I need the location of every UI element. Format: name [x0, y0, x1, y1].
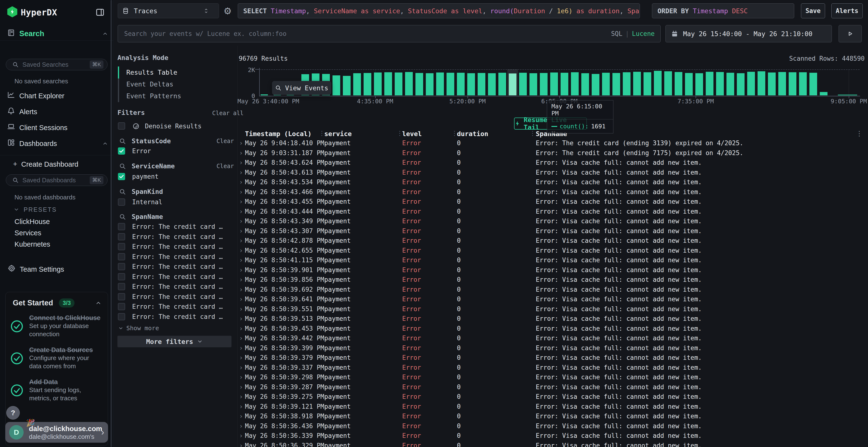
- row-expand-chevron-icon[interactable]: ›: [239, 265, 243, 275]
- chevron-down-icon[interactable]: [13, 207, 19, 212]
- table-row[interactable]: ›May 26 8:50:39.298 PMpaymentError0Error…: [238, 372, 868, 382]
- filter-option-label[interactable]: payment: [132, 173, 159, 180]
- presets-label[interactable]: PRESETS: [24, 206, 57, 213]
- save-button[interactable]: Save: [801, 3, 825, 18]
- histogram-bar[interactable]: [426, 73, 434, 95]
- table-row[interactable]: ›May 26 8:50:39.641 PMpaymentError0Error…: [238, 294, 868, 304]
- saved-searches-field[interactable]: [22, 61, 90, 69]
- table-row[interactable]: ›May 26 8:50:39.287 PMpaymentError0Error…: [238, 382, 868, 392]
- row-expand-chevron-icon[interactable]: ›: [239, 304, 243, 314]
- row-expand-chevron-icon[interactable]: ›: [239, 353, 243, 363]
- table-row[interactable]: ›May 26 8:50:43.307 PMpaymentError0Error…: [238, 226, 868, 236]
- checkbox[interactable]: [118, 223, 125, 230]
- checkbox[interactable]: [118, 313, 125, 320]
- row-expand-chevron-icon[interactable]: ›: [239, 207, 243, 216]
- clear-filter-link[interactable]: Clear: [217, 163, 234, 170]
- histogram-bar[interactable]: [581, 73, 589, 95]
- chevron-up-icon[interactable]: [102, 141, 108, 146]
- histogram-bar[interactable]: [778, 72, 786, 95]
- view-events-button[interactable]: View Events: [272, 81, 331, 95]
- table-row[interactable]: ›May 26 8:50:39.692 PMpaymentError0Error…: [238, 285, 868, 295]
- sidebar-collapse-icon[interactable]: [95, 8, 105, 17]
- histogram-bar[interactable]: [488, 73, 496, 95]
- histogram-bar[interactable]: [571, 72, 579, 95]
- filter-option-label[interactable]: Internal: [132, 199, 162, 206]
- histogram-bar[interactable]: [364, 73, 371, 95]
- histogram-bar[interactable]: [602, 73, 610, 95]
- mode-event-patterns[interactable]: Event Patterns: [126, 90, 181, 102]
- row-expand-chevron-icon[interactable]: ›: [239, 333, 243, 343]
- histogram-bar[interactable]: [747, 72, 755, 95]
- histogram-bar[interactable]: [716, 72, 724, 95]
- table-row[interactable]: ›May 26 8:50:36.339 PMpaymentError0Error…: [238, 431, 868, 441]
- row-expand-chevron-icon[interactable]: ›: [239, 255, 243, 265]
- sidebar-item-alerts[interactable]: Alerts: [19, 108, 37, 116]
- mode-results-table[interactable]: Results Table: [126, 66, 177, 78]
- table-row[interactable]: ›May 26 8:50:43.613 PMpaymentError0Error…: [238, 168, 868, 177]
- histogram-bar[interactable]: [633, 72, 641, 95]
- table-row[interactable]: ›May 26 8:50:39.551 PMpaymentError0Error…: [238, 304, 868, 314]
- show-more-link[interactable]: Show more: [118, 325, 159, 332]
- row-expand-chevron-icon[interactable]: ›: [239, 197, 243, 207]
- help-button[interactable]: ?: [6, 406, 20, 419]
- histogram-bar[interactable]: [405, 72, 413, 95]
- table-row[interactable]: ›May 26 9:04:18.410 PMpaymentError0Error…: [238, 138, 868, 148]
- table-row[interactable]: ›May 26 8:50:39.379 PMpaymentError0Error…: [238, 353, 868, 363]
- table-row[interactable]: ›May 26 8:50:39.453 PMpaymentError0Error…: [238, 324, 868, 334]
- date-range-picker[interactable]: May 26 15:40:00 - May 26 21:10:00: [665, 25, 832, 42]
- filter-option-label[interactable]: Error: The credit card …: [132, 223, 223, 230]
- filter-option-label[interactable]: Error: The credit card …: [132, 233, 223, 240]
- table-row[interactable]: ›May 26 8:50:42.878 PMpaymentError0Error…: [238, 236, 868, 246]
- sidebar-preset-services[interactable]: Services: [14, 229, 41, 237]
- table-row[interactable]: ›May 26 8:50:39.442 PMpaymentError0Error…: [238, 333, 868, 343]
- row-expand-chevron-icon[interactable]: ›: [239, 382, 243, 392]
- column-resize-handle[interactable]: ⋮: [397, 130, 403, 137]
- row-expand-chevron-icon[interactable]: ›: [239, 441, 243, 447]
- column-resize-handle[interactable]: ⋮: [319, 130, 325, 137]
- table-row[interactable]: ›May 26 8:50:39.337 PMpaymentError0Error…: [238, 363, 868, 373]
- table-row[interactable]: ›May 26 8:50:43.444 PMpaymentError0Error…: [238, 207, 868, 216]
- filter-option-label[interactable]: Error: The credit card …: [132, 253, 223, 260]
- filter-group-statuscode[interactable]: StatusCode: [132, 137, 171, 145]
- source-settings-gear-icon[interactable]: ⚙: [223, 6, 232, 16]
- histogram-bar[interactable]: [799, 72, 807, 95]
- histogram-bar[interactable]: [644, 72, 651, 95]
- histogram-bar[interactable]: [613, 73, 620, 95]
- sidebar-item-search[interactable]: Search: [19, 29, 44, 38]
- table-row[interactable]: ›May 26 8:50:43.534 PMpaymentError0Error…: [238, 177, 868, 187]
- row-expand-chevron-icon[interactable]: ›: [239, 177, 243, 187]
- row-expand-chevron-icon[interactable]: ›: [239, 343, 243, 353]
- histogram-bar[interactable]: [768, 72, 776, 95]
- table-row[interactable]: ›May 26 8:50:39.901 PMpaymentError0Error…: [238, 265, 868, 275]
- histogram-bar[interactable]: [695, 73, 703, 95]
- checkbox[interactable]: [118, 293, 125, 300]
- histogram-bar[interactable]: [654, 71, 661, 95]
- histogram-bar[interactable]: [664, 71, 672, 95]
- event-search-input[interactable]: [124, 30, 606, 38]
- histogram-bar[interactable]: [675, 72, 682, 95]
- histogram-bar[interactable]: [353, 73, 361, 95]
- toggle-lucene[interactable]: Lucene: [632, 30, 655, 37]
- row-expand-chevron-icon[interactable]: ›: [239, 168, 243, 177]
- row-expand-chevron-icon[interactable]: ›: [239, 363, 243, 373]
- filter-option-label[interactable]: Error: The credit card …: [132, 243, 223, 250]
- row-expand-chevron-icon[interactable]: ›: [239, 294, 243, 304]
- filter-group-servicename[interactable]: ServiceName: [132, 162, 175, 170]
- filter-option-label[interactable]: Error: The credit card …: [132, 313, 223, 320]
- table-row[interactable]: ›May 26 8:50:39.121 PMpaymentError0Error…: [238, 402, 868, 412]
- sidebar-preset-clickhouse[interactable]: ClickHouse: [14, 218, 50, 226]
- alerts-button[interactable]: Alerts: [831, 3, 863, 18]
- more-filters-button[interactable]: More filters: [117, 336, 231, 347]
- histogram-bar[interactable]: [333, 75, 340, 95]
- sidebar-preset-kubernetes[interactable]: Kubernetes: [14, 240, 50, 248]
- table-row[interactable]: ›May 26 8:50:39.513 PMpaymentError0Error…: [238, 314, 868, 324]
- histogram-bar[interactable]: [706, 72, 713, 95]
- events-histogram[interactable]: [259, 69, 860, 96]
- histogram-bar[interactable]: [820, 92, 828, 95]
- row-expand-chevron-icon[interactable]: ›: [239, 372, 243, 382]
- sidebar-item-team-settings[interactable]: Team Settings: [20, 265, 64, 273]
- row-expand-chevron-icon[interactable]: ›: [239, 138, 243, 148]
- filter-group-spanname[interactable]: SpanName: [132, 213, 163, 220]
- table-row[interactable]: ›May 26 8:50:39.399 PMpaymentError0Error…: [238, 343, 868, 353]
- row-expand-chevron-icon[interactable]: ›: [239, 402, 243, 412]
